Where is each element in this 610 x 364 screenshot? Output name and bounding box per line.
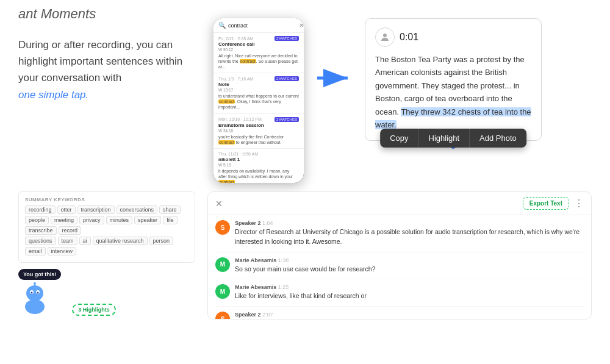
highlighted-text: They threw 342 chests of tea into the wa…	[375, 107, 531, 129]
card-body-text: The Boston Tea Party was a protest by th…	[375, 53, 531, 132]
export-button[interactable]: Export Text	[523, 197, 569, 210]
transcript-header: ✕ Export Text ⋮	[208, 192, 591, 215]
message-content: Speaker 2 1:04 Director of Research at U…	[235, 220, 584, 247]
svg-point-8	[25, 299, 45, 314]
bottom-section: SUMMARY KEYWORDS recording otter transcr…	[0, 191, 610, 319]
bot-bubble: You got this!	[18, 269, 61, 280]
keyword-tag: conversations	[117, 205, 158, 214]
keyword-tag: ai	[79, 237, 91, 245]
more-options-icon[interactable]: ⋮	[574, 198, 584, 209]
top-section: ant Moments During or after recording, y…	[0, 0, 610, 189]
svg-point-7	[37, 292, 39, 294]
page-title: ant Moments	[18, 6, 96, 22]
avatar: M	[215, 284, 230, 299]
add-photo-button[interactable]: Add Photo	[470, 129, 526, 148]
keyword-tag: share	[159, 205, 181, 214]
svg-point-6	[31, 292, 33, 294]
phone-list: Fri, 2/21 · 2:28 AM 2 MATCHES Conference…	[214, 33, 304, 183]
keywords-section: SUMMARY KEYWORDS recording otter transcr…	[18, 191, 195, 263]
list-item[interactable]: Mon, 12/16 · 12:12 PM 2 MATCHES Brainsto…	[214, 114, 304, 149]
keyword-tag: transcribe	[25, 226, 57, 235]
transcript-message: M Marie Abesamis 1:25 Like for interview…	[215, 279, 584, 307]
list-item[interactable]: Thu, 11/21 · 3:56 AM nikolett 1 W 5:16 i…	[214, 149, 304, 183]
keyword-tag: team	[58, 237, 77, 245]
keyword-tag: privacy	[79, 216, 104, 224]
close-icon[interactable]: ✕	[215, 199, 223, 209]
transcript-message: M Marie Abesamis 1:38 So so your main us…	[215, 252, 584, 280]
keyword-tag: interview	[48, 247, 77, 255]
keyword-tag: file	[163, 216, 178, 224]
keyword-tag: email	[25, 247, 46, 255]
phone-search-input[interactable]	[228, 23, 296, 29]
phone-mockup: 🔍 ✕ Fri, 2/21 · 2:28 AM 2 MATCHES Confer…	[214, 18, 304, 183]
copy-button[interactable]: Copy	[380, 129, 418, 148]
emphasis-text: one simple tap.	[18, 89, 88, 101]
keyword-tag: minutes	[106, 216, 133, 224]
bot-icon	[18, 282, 52, 316]
transcript-message: S Speaker 2 2:07 privacy and security	[215, 307, 584, 319]
keyword-tag: questions	[25, 237, 56, 245]
message-content: Marie Abesamis 1:38 So so your main use …	[235, 257, 376, 274]
svg-point-2	[383, 34, 387, 37]
svg-point-10	[34, 282, 36, 285]
message-content: Marie Abesamis 1:25 Like for interviews,…	[235, 284, 367, 301]
list-item[interactable]: Fri, 2/21 · 2:28 AM 2 MATCHES Conference…	[214, 33, 304, 73]
avatar: S	[215, 220, 230, 235]
keyword-tag: record	[59, 226, 82, 235]
avatar: S	[215, 312, 230, 319]
keyword-tag: recording	[25, 205, 56, 214]
keyword-tag: person	[149, 237, 174, 245]
phone-screen: 🔍 ✕ Fri, 2/21 · 2:28 AM 2 MATCHES Confer…	[214, 18, 304, 183]
search-icon: 🔍	[218, 22, 226, 29]
keyword-tag: transcription	[77, 205, 115, 214]
bottom-left-panel: SUMMARY KEYWORDS recording otter transcr…	[18, 191, 195, 319]
list-item[interactable]: Thu, 1/9 · 7:16 AM 2 MATCHES Note W 13:1…	[214, 73, 304, 113]
description-text: During or after recording, you can highl…	[18, 37, 201, 103]
transcript-card: ✕ Export Text ⋮ S Speaker 2 1:04 Directo…	[207, 191, 592, 319]
avatar	[375, 27, 395, 47]
highlight-button[interactable]: Highlight	[419, 129, 470, 148]
phone-close-icon[interactable]: ✕	[299, 22, 304, 29]
timestamp: 0:01	[400, 32, 418, 43]
transcript-message: S Speaker 2 1:04 Director of Research at…	[215, 215, 584, 252]
message-content: Speaker 2 2:07 privacy and security	[235, 312, 292, 319]
transcript-body: S Speaker 2 1:04 Director of Research at…	[208, 215, 591, 319]
keywords-label: SUMMARY KEYWORDS	[25, 197, 188, 202]
keywords-row-2: questions team ai qualitative research p…	[25, 237, 188, 255]
arrow-container	[316, 67, 353, 89]
card-header: 0:01	[375, 27, 531, 47]
keyword-tag: speaker	[134, 216, 161, 224]
keyword-tag: meeting	[51, 216, 77, 224]
right-arrow-icon	[316, 67, 353, 89]
text-card: 0:01 The Boston Tea Party was a protest …	[365, 18, 542, 141]
highlights-badge: 3 Highlights	[72, 304, 116, 316]
keyword-tag: qualitative research	[93, 237, 148, 245]
keyword-tag: otter	[57, 205, 76, 214]
context-menu: Copy Highlight Add Photo	[380, 129, 526, 148]
svg-point-3	[26, 285, 43, 301]
bot-area: You got this! 3 Highlights	[18, 269, 195, 316]
avatar: M	[215, 257, 230, 272]
keyword-tag: people	[25, 216, 49, 224]
left-description: During or after recording, you can highl…	[18, 37, 201, 103]
phone-search-bar: 🔍 ✕	[214, 18, 304, 33]
keywords-row-1: recording otter transcription conversati…	[25, 205, 188, 235]
